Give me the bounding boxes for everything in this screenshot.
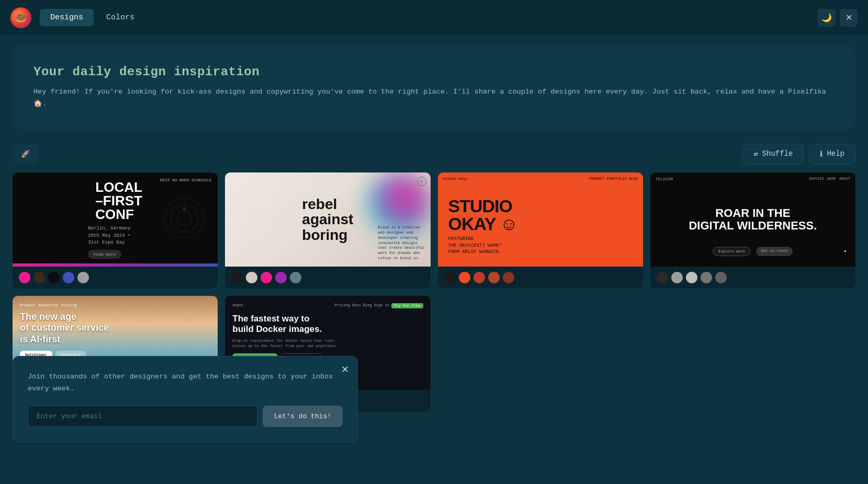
docker-topbar: depot PricingDocsBlogSign in Try for fre… — [232, 303, 423, 308]
rebel-description: Riika is a creative web designer and dev… — [378, 225, 425, 261]
roar-btn2: Get in touch — [756, 247, 793, 256]
popup-close-button[interactable]: ✕ — [341, 364, 349, 375]
rocket-button[interactable]: 🚀 — [13, 144, 38, 164]
email-input[interactable] — [28, 406, 257, 427]
color-swatch — [686, 272, 697, 283]
roar-brand: TELECOM — [656, 177, 673, 181]
info-icon: ℹ — [820, 149, 822, 158]
color-swatch — [231, 272, 243, 283]
card-colors-rebel — [225, 267, 430, 289]
color-swatch — [77, 272, 89, 283]
shuffle-icon: ⇄ — [753, 149, 758, 158]
hero-description: Hey friend! If you're looking for kick-a… — [33, 86, 835, 110]
moon-icon: 🌙 — [821, 13, 832, 22]
color-swatch — [261, 272, 272, 283]
email-popup: ✕ Join thousands of other designers and … — [13, 356, 358, 442]
local-nav: NEXTNOWHENSCHEDULE — [160, 178, 211, 182]
color-swatch — [48, 272, 60, 283]
color-swatch — [459, 272, 470, 283]
studio-subtitle: FEATURINGTHE OKAY(EST) WORK*FROM KELSY W… — [443, 233, 638, 259]
local-details: Berlin, Germany20th May 2024 •31st Expo … — [88, 225, 142, 247]
card-rebel-against-boring[interactable]: rebelagainstboring Riika is a creative w… — [225, 172, 430, 289]
color-swatch — [488, 272, 500, 283]
color-swatch — [657, 272, 668, 283]
popup-form: Let's do this! — [28, 406, 343, 427]
toolbar-left: 🚀 — [13, 144, 38, 164]
close-nav-button[interactable]: ✕ — [840, 9, 858, 27]
local-bottom-bar — [13, 263, 218, 267]
color-swatch — [19, 272, 30, 283]
card-colors-studio — [438, 267, 643, 289]
color-swatch — [474, 272, 485, 283]
toolbar: 🚀 ⇄ Shuffle ℹ Help — [0, 140, 868, 168]
roar-buttons: Explore work Get in touch — [713, 247, 793, 256]
card-image-studio: studio okayPRODUCT PORTFOLIO BLOG STUDIO… — [438, 172, 643, 267]
card-local-first-conf[interactable]: LOCAL–FIRSTCONF Berlin, Germany20th May … — [13, 172, 218, 289]
color-swatch — [63, 272, 74, 283]
card-image-rebel: rebelagainstboring Riika is a creative w… — [225, 172, 430, 267]
popup-text: Join thousands of other designers and ge… — [28, 371, 343, 395]
color-swatch — [715, 272, 727, 283]
rebel-title: rebelagainstboring — [297, 191, 358, 248]
roar-title: ROAR IN THEDIGITAL WILDERNESS. — [682, 201, 823, 238]
roar-dot — [844, 250, 846, 252]
studio-title: STUDIOOKAY ☺ — [443, 193, 638, 233]
rebel-close: ✕ — [417, 177, 426, 186]
shuffle-button[interactable]: ⇄ Shuffle — [742, 144, 804, 164]
close-icon: ✕ — [846, 13, 852, 22]
local-title: LOCAL–FIRSTCONF — [88, 180, 142, 221]
submit-button[interactable]: Let's do this! — [263, 406, 343, 427]
logo-emoji: 🍩 — [15, 12, 27, 24]
color-swatch — [275, 272, 287, 283]
nav-tabs: Designs Colors — [40, 9, 145, 26]
local-graphic — [163, 197, 205, 241]
hero-section: Your daily design inspiration Hey friend… — [13, 46, 855, 129]
color-swatch — [290, 272, 301, 283]
navigation: 🍩 Designs Colors 🌙 ✕ — [0, 0, 868, 36]
color-swatch — [246, 272, 257, 283]
svg-point-5 — [183, 207, 186, 210]
studio-main: STUDIOOKAY ☺ FEATURINGTHE OKAY(EST) WORK… — [438, 180, 643, 259]
tab-colors[interactable]: Colors — [96, 9, 145, 26]
toolbar-right: ⇄ Shuffle ℹ Help — [742, 144, 855, 164]
card-roar-digital[interactable]: TELECOM SERVICEWORKABOUT ROAR IN THEDIGI… — [650, 172, 855, 289]
color-swatch — [671, 272, 683, 283]
color-swatch — [33, 272, 45, 283]
docker-description: Drop-in replacement for docker build tha… — [232, 338, 423, 349]
help-label: Help — [827, 149, 844, 158]
card-image-local: LOCAL–FIRSTCONF Berlin, Germany20th May … — [13, 172, 218, 267]
card-colors-local — [13, 267, 218, 289]
nav-right: 🌙 ✕ — [818, 9, 858, 27]
color-swatch — [444, 272, 456, 283]
roar-btn1: Explore work — [713, 247, 750, 256]
dark-mode-button[interactable]: 🌙 — [818, 9, 836, 27]
shuffle-label: Shuffle — [762, 149, 793, 158]
studio-topbar: studio okayPRODUCT PORTFOLIO BLOG — [443, 177, 638, 181]
hero-title: Your daily design inspiration — [33, 65, 835, 79]
card-image-roar: TELECOM SERVICEWORKABOUT ROAR IN THEDIGI… — [650, 172, 855, 267]
tab-designs[interactable]: Designs — [40, 9, 94, 26]
local-button: View more — [88, 250, 121, 259]
submit-label: Let's do this! — [274, 412, 331, 420]
color-swatch — [701, 272, 712, 283]
customer-nav: ProductResourcesPricing — [20, 303, 210, 307]
roar-nav: SERVICEWORKABOUT — [809, 177, 850, 181]
card-studio-okay[interactable]: studio okayPRODUCT PORTFOLIO BLOG STUDIO… — [438, 172, 643, 289]
rocket-icon: 🚀 — [21, 149, 30, 158]
card-colors-roar — [650, 267, 855, 289]
docker-title: The fastest way tobuild Docker images. — [232, 314, 423, 335]
customer-content: ProductResourcesPricing The new ageof cu… — [20, 303, 210, 359]
color-swatch — [503, 272, 514, 283]
help-button[interactable]: ℹ Help — [809, 144, 855, 164]
customer-title: The new ageof customer serviceis AI-firs… — [20, 312, 210, 345]
close-icon: ✕ — [341, 364, 349, 375]
logo[interactable]: 🍩 — [10, 7, 31, 28]
